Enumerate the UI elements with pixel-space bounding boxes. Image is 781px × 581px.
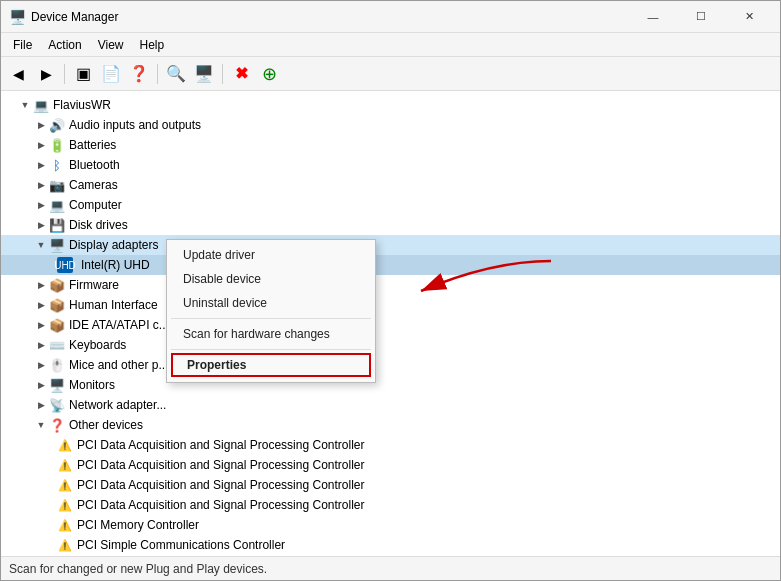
toolbar-forward-button[interactable]: ▶: [33, 61, 59, 87]
tree-item-pcisimple[interactable]: ⚠️ PCI Simple Communications Controller: [1, 535, 780, 555]
label-cameras: Cameras: [69, 178, 118, 192]
label-displayadapters: Display adapters: [69, 238, 158, 252]
minimize-button[interactable]: —: [630, 1, 676, 33]
icon-ide: 📦: [49, 317, 65, 333]
expander-keyboards[interactable]: ▶: [33, 337, 49, 353]
window-title: Device Manager: [31, 10, 630, 24]
label-otherdevices: Other devices: [69, 418, 143, 432]
expander-displayadapters[interactable]: ▼: [33, 237, 49, 253]
menu-view[interactable]: View: [90, 36, 132, 54]
tree-item-pci2[interactable]: ⚠️ PCI Data Acquisition and Signal Proce…: [1, 455, 780, 475]
toolbar-separator-3: [222, 64, 223, 84]
icon-pci4: ⚠️: [57, 497, 73, 513]
tree-item-ide[interactable]: ▶ 📦 IDE ATA/ATAPI c...: [1, 315, 780, 335]
menu-bar: File Action View Help: [1, 33, 780, 57]
expander-computer[interactable]: ▶: [33, 197, 49, 213]
expander-humaninterface[interactable]: ▶: [33, 297, 49, 313]
tree-item-pci1[interactable]: ⚠️ PCI Data Acquisition and Signal Proce…: [1, 435, 780, 455]
expander-ide[interactable]: ▶: [33, 317, 49, 333]
label-computer: Computer: [69, 198, 122, 212]
tree-item-monitors[interactable]: ▶ 🖥️ Monitors: [1, 375, 780, 395]
toolbar-help-button[interactable]: ❓: [126, 61, 152, 87]
icon-diskdrives: 💾: [49, 217, 65, 233]
toolbar-add-button[interactable]: ⊕: [256, 61, 282, 87]
expander-pcimem: [49, 517, 57, 533]
icon-pci3: ⚠️: [57, 477, 73, 493]
expander-audio[interactable]: ▶: [33, 117, 49, 133]
toolbar-driver-button[interactable]: 📄: [98, 61, 124, 87]
tree-item-smbus[interactable]: ⚠️ SM Bus Controller: [1, 555, 780, 556]
icon-inteluhd: UHD: [57, 257, 73, 273]
menu-help[interactable]: Help: [132, 36, 173, 54]
expander-mice[interactable]: ▶: [33, 357, 49, 373]
toolbar: ◀ ▶ ▣ 📄 ❓ 🔍 🖥️ ✖ ⊕: [1, 57, 780, 91]
expander-pci2: [49, 457, 57, 473]
label-monitors: Monitors: [69, 378, 115, 392]
expander-cameras[interactable]: ▶: [33, 177, 49, 193]
label-network: Network adapter...: [69, 398, 166, 412]
menu-file[interactable]: File: [5, 36, 40, 54]
context-menu-scan-hardware[interactable]: Scan for hardware changes: [167, 322, 375, 346]
label-pci1: PCI Data Acquisition and Signal Processi…: [77, 438, 364, 452]
expander-firmware[interactable]: ▶: [33, 277, 49, 293]
icon-batteries: 🔋: [49, 137, 65, 153]
tree-item-audio[interactable]: ▶ 🔊 Audio inputs and outputs: [1, 115, 780, 135]
toolbar-scan-button[interactable]: 🔍: [163, 61, 189, 87]
label-pci4: PCI Data Acquisition and Signal Processi…: [77, 498, 364, 512]
context-menu-update-driver[interactable]: Update driver: [167, 243, 375, 267]
maximize-button[interactable]: ☐: [678, 1, 724, 33]
icon-monitors: 🖥️: [49, 377, 65, 393]
icon-mice: 🖱️: [49, 357, 65, 373]
label-audio: Audio inputs and outputs: [69, 118, 201, 132]
expander-bluetooth[interactable]: ▶: [33, 157, 49, 173]
tree-item-root[interactable]: ▼ 💻 FlaviusWR: [1, 95, 780, 115]
tree-item-keyboards[interactable]: ▶ ⌨️ Keyboards: [1, 335, 780, 355]
tree-item-computer[interactable]: ▶ 💻 Computer: [1, 195, 780, 215]
tree-item-humaninterface[interactable]: ▶ 📦 Human Interface: [1, 295, 780, 315]
tree-item-displayadapters[interactable]: ▼ 🖥️ Display adapters: [1, 235, 780, 255]
context-menu-uninstall-device[interactable]: Uninstall device: [167, 291, 375, 315]
expander-pcisimple: [49, 537, 57, 553]
tree-item-pci3[interactable]: ⚠️ PCI Data Acquisition and Signal Proce…: [1, 475, 780, 495]
tree-item-cameras[interactable]: ▶ 📷 Cameras: [1, 175, 780, 195]
icon-humaninterface: 📦: [49, 297, 65, 313]
close-button[interactable]: ✕: [726, 1, 772, 33]
expander-diskdrives[interactable]: ▶: [33, 217, 49, 233]
icon-pci2: ⚠️: [57, 457, 73, 473]
toolbar-display-button[interactable]: 🖥️: [191, 61, 217, 87]
expander-monitors[interactable]: ▶: [33, 377, 49, 393]
icon-audio: 🔊: [49, 117, 65, 133]
tree-item-mice[interactable]: ▶ 🖱️ Mice and other p...: [1, 355, 780, 375]
label-root: FlaviusWR: [53, 98, 111, 112]
context-menu-separator-2: [171, 349, 371, 350]
expander-network[interactable]: ▶: [33, 397, 49, 413]
tree-item-network[interactable]: ▶ 📡 Network adapter...: [1, 395, 780, 415]
icon-displayadapters: 🖥️: [49, 237, 65, 253]
tree-item-batteries[interactable]: ▶ 🔋 Batteries: [1, 135, 780, 155]
expander-otherdevices[interactable]: ▼: [33, 417, 49, 433]
expander-batteries[interactable]: ▶: [33, 137, 49, 153]
toolbar-properties-button[interactable]: ▣: [70, 61, 96, 87]
expander-root[interactable]: ▼: [17, 97, 33, 113]
context-menu-disable-device[interactable]: Disable device: [167, 267, 375, 291]
menu-action[interactable]: Action: [40, 36, 89, 54]
device-manager-window: 🖥️ Device Manager — ☐ ✕ File Action View…: [0, 0, 781, 581]
tree-view[interactable]: ▼ 💻 FlaviusWR ▶ 🔊 Audio inputs and outpu…: [1, 91, 780, 556]
tree-item-firmware[interactable]: ▶ 📦 Firmware: [1, 275, 780, 295]
tree-item-inteluhd[interactable]: UHD Intel(R) UHD: [1, 255, 780, 275]
label-pci3: PCI Data Acquisition and Signal Processi…: [77, 478, 364, 492]
label-pcisimple: PCI Simple Communications Controller: [77, 538, 285, 552]
tree-item-diskdrives[interactable]: ▶ 💾 Disk drives: [1, 215, 780, 235]
label-diskdrives: Disk drives: [69, 218, 128, 232]
tree-item-pcimem[interactable]: ⚠️ PCI Memory Controller: [1, 515, 780, 535]
toolbar-delete-button[interactable]: ✖: [228, 61, 254, 87]
status-text: Scan for changed or new Plug and Play de…: [9, 562, 267, 576]
tree-item-otherdevices[interactable]: ▼ ❓ Other devices: [1, 415, 780, 435]
context-menu-properties[interactable]: Properties: [171, 353, 371, 377]
tree-item-bluetooth[interactable]: ▶ ᛒ Bluetooth: [1, 155, 780, 175]
toolbar-back-button[interactable]: ◀: [5, 61, 31, 87]
icon-otherdevices: ❓: [49, 417, 65, 433]
icon-root: 💻: [33, 97, 49, 113]
label-bluetooth: Bluetooth: [69, 158, 120, 172]
tree-item-pci4[interactable]: ⚠️ PCI Data Acquisition and Signal Proce…: [1, 495, 780, 515]
